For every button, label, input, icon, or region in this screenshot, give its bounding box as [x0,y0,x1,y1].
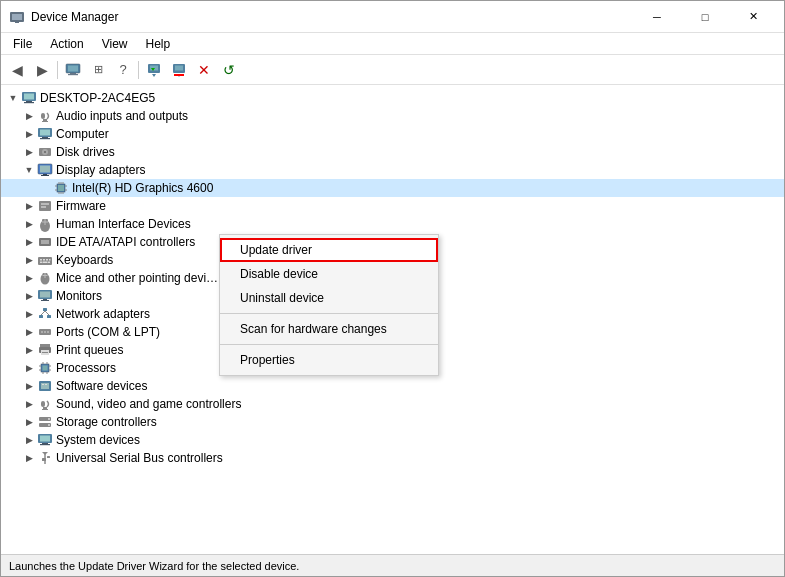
keyboard-label: Keyboards [56,253,113,267]
keyboard-icon [37,252,53,268]
svg-line-73 [41,311,45,315]
svg-rect-18 [24,102,34,103]
menu-action[interactable]: Action [42,35,91,52]
system-label: System devices [56,433,140,447]
tree-item-disk[interactable]: ▶ Disk drives [1,143,784,161]
usb-expander[interactable]: ▶ [21,450,37,466]
software-icon [37,378,53,394]
root-expander[interactable]: ▼ [5,90,21,106]
monitors-expander[interactable]: ▶ [21,288,37,304]
firmware-icon [37,198,53,214]
svg-line-74 [45,311,49,315]
tree-root[interactable]: ▼ DESKTOP-2AC4EG5 [1,89,784,107]
svg-rect-98 [43,407,47,409]
main-area: ▼ DESKTOP-2AC4EG5 ▶ [1,85,784,554]
print-expander[interactable]: ▶ [21,342,37,358]
ctx-scan-hardware[interactable]: Scan for hardware changes [220,317,438,341]
tree-item-storage[interactable]: ▶ Storage controllers [1,413,784,431]
title-bar-left: Device Manager [9,9,118,25]
toolbar-forward[interactable]: ▶ [30,59,54,81]
ide-icon [37,234,53,250]
ctx-disable-device[interactable]: Disable device [220,262,438,286]
system-expander[interactable]: ▶ [21,432,37,448]
tree-item-display[interactable]: ▼ Display adapters [1,161,784,179]
ctx-properties[interactable]: Properties [220,348,438,372]
toolbar-disable[interactable] [167,59,191,81]
svg-marker-109 [42,452,48,455]
computer-icon [65,62,81,78]
app-icon [9,9,25,25]
tree-item-intel[interactable]: ▶ [1,179,784,197]
status-text: Launches the Update Driver Wizard for th… [9,560,299,572]
display-expander[interactable]: ▼ [21,162,37,178]
tree-item-sound[interactable]: ▶ Sound, video and game controllers [1,395,784,413]
mice-icon [37,270,53,286]
svg-rect-68 [43,299,47,300]
sound-icon [37,396,53,412]
tree-item-usb[interactable]: ▶ Universal Serial Bus controllers [1,449,784,467]
svg-rect-19 [41,113,45,119]
mice-expander[interactable]: ▶ [21,270,37,286]
hid-icon [37,216,53,232]
svg-marker-9 [152,74,156,77]
toolbar-grid[interactable]: ⊞ [86,59,110,81]
disk-expander[interactable]: ▶ [21,144,37,160]
toolbar-back[interactable]: ◀ [5,59,29,81]
keyboard-expander[interactable]: ▶ [21,252,37,268]
firmware-expander[interactable]: ▶ [21,198,37,214]
mice-label: Mice and other pointing devi… [56,271,218,285]
menu-help[interactable]: Help [138,35,179,52]
svg-rect-31 [43,174,47,175]
tree-item-software[interactable]: ▶ Software devices [1,377,784,395]
svg-rect-70 [43,308,47,311]
menu-view[interactable]: View [94,35,136,52]
tree-item-system[interactable]: ▶ System devices [1,431,784,449]
computer-expander[interactable]: ▶ [21,126,37,142]
ctx-separator [220,313,438,314]
svg-rect-23 [40,130,50,136]
maximize-button[interactable]: □ [682,7,728,27]
ide-label: IDE ATA/ATAPI controllers [56,235,195,249]
svg-rect-17 [26,101,32,102]
hid-expander[interactable]: ▶ [21,216,37,232]
toolbar-update[interactable] [142,59,166,81]
processors-label: Processors [56,361,116,375]
ctx-uninstall-device[interactable]: Uninstall device [220,286,438,310]
audio-expander[interactable]: ▶ [21,108,37,124]
svg-point-102 [48,418,50,420]
tree-item-hid[interactable]: ▶ Human Interface Devices [1,215,784,233]
toolbar-help[interactable]: ? [111,59,135,81]
svg-rect-20 [43,119,47,121]
svg-rect-21 [42,121,48,122]
ide-expander[interactable]: ▶ [21,234,37,250]
tree-item-audio[interactable]: ▶ Audio inputs and outputs [1,107,784,125]
ctx-update-driver[interactable]: Update driver [220,238,438,262]
root-label: DESKTOP-2AC4EG5 [40,91,155,105]
device-tree[interactable]: ▼ DESKTOP-2AC4EG5 ▶ [1,85,784,554]
tree-item-firmware[interactable]: ▶ Firmware [1,197,784,215]
computer-label: Computer [56,127,109,141]
sound-expander[interactable]: ▶ [21,396,37,412]
ports-icon [37,324,53,340]
svg-rect-72 [47,315,51,318]
menu-file[interactable]: File [5,35,40,52]
svg-rect-32 [41,175,49,176]
firmware-label: Firmware [56,199,106,213]
software-expander[interactable]: ▶ [21,378,37,394]
ports-expander[interactable]: ▶ [21,324,37,340]
window-title: Device Manager [31,10,118,24]
storage-icon [37,414,53,430]
close-button[interactable]: ✕ [730,7,776,27]
svg-rect-107 [40,444,50,445]
toolbar-delete[interactable]: ✕ [192,59,216,81]
toolbar-scan[interactable]: ↺ [217,59,241,81]
network-expander[interactable]: ▶ [21,306,37,322]
minimize-button[interactable]: ─ [634,7,680,27]
svg-rect-96 [45,384,47,385]
processors-expander[interactable]: ▶ [21,360,37,376]
disable-icon [171,62,187,78]
svg-rect-2 [15,22,19,23]
tree-item-computer[interactable]: ▶ Computer [1,125,784,143]
storage-expander[interactable]: ▶ [21,414,37,430]
toolbar-computer[interactable] [61,59,85,81]
